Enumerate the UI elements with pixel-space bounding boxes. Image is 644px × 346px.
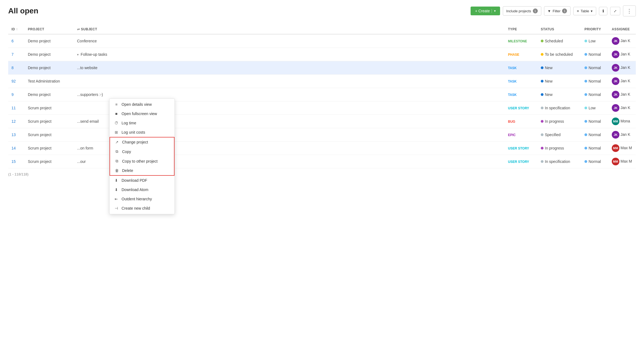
menu-icon-open-fullscreen: ■ <box>114 112 119 116</box>
context-menu-item-open-details[interactable]: ≡Open details view <box>110 100 175 109</box>
priority-dot <box>584 133 587 136</box>
type-badge: TASK <box>508 66 517 70</box>
cell-id: 15 <box>8 155 25 168</box>
create-dropdown-arrow[interactable]: ▾ <box>492 9 496 13</box>
cell-priority: Normal <box>581 75 608 88</box>
context-menu-item-download-pdf[interactable]: ⬇Download PDF <box>110 176 175 185</box>
cell-id: 14 <box>8 142 25 155</box>
col-header-id[interactable]: ID ↑ <box>8 25 25 34</box>
col-header-priority[interactable]: PRIORITY <box>581 25 608 34</box>
context-menu-item-change-project[interactable]: ↗Change project <box>110 137 175 147</box>
context-menu-item-create-new-child[interactable]: ⊣Create new child <box>110 204 175 213</box>
table-row[interactable]: 14Scrum project...on formUSER STORYIn pr… <box>8 142 636 155</box>
expand-button[interactable]: ⤢ <box>610 7 620 15</box>
table-row[interactable]: 8Demo project...to websiteTASKNewNormalJ… <box>8 61 636 75</box>
priority-dot <box>584 40 587 42</box>
avatar: MM <box>612 118 619 125</box>
table-row[interactable]: 6Demo projectConferenceMILESTONESchedule… <box>8 34 636 48</box>
cell-assignee: JKJan K <box>608 128 636 142</box>
cell-type: USER STORY <box>505 101 537 115</box>
col-header-project[interactable]: PROJECT <box>25 25 74 34</box>
info-button[interactable]: ℹ <box>599 7 607 15</box>
table-view-button[interactable]: ≡ Table ▾ <box>573 7 596 15</box>
cell-priority: Normal <box>581 61 608 75</box>
row-id-link[interactable]: 8 <box>11 66 14 70</box>
context-menu-item-log-unit-costs[interactable]: ⊞Log unit costs <box>110 128 175 137</box>
page-title: All open <box>8 7 38 15</box>
type-badge: EPIC <box>508 133 516 137</box>
col-header-subject[interactable]: ⇌ SUBJECT <box>74 25 505 34</box>
cell-assignee: JKJan K <box>608 101 636 115</box>
filter-button[interactable]: ▼ Filter 1 <box>544 6 571 16</box>
row-id-link[interactable]: 7 <box>11 52 14 57</box>
cell-status: New <box>537 61 581 75</box>
row-id-link[interactable]: 15 <box>11 159 16 164</box>
footer-pagination: (1 - 118/118) <box>8 172 636 176</box>
assignee-name: Jan K <box>621 105 630 110</box>
col-header-type[interactable]: TYPE <box>505 25 537 34</box>
table-row[interactable]: 92Test AdministrationTASKNewNormalJKJan … <box>8 75 636 88</box>
row-id-link[interactable]: 11 <box>11 106 16 110</box>
table-row[interactable]: 7Demo project▾ Follow-up tasksPHASETo be… <box>8 48 636 61</box>
avatar: MM <box>612 158 619 165</box>
context-menu-item-copy-to-other[interactable]: ⧉Copy to other project <box>110 156 175 166</box>
row-id-link[interactable]: 13 <box>11 133 16 137</box>
cell-subject <box>74 75 505 88</box>
row-id-link[interactable]: 14 <box>11 146 16 150</box>
context-menu-item-delete[interactable]: 🗑Delete <box>110 166 175 176</box>
assignee-name: Max M <box>621 146 632 150</box>
more-button[interactable]: ⋮ <box>623 5 636 16</box>
cell-status: Scheduled <box>537 34 581 48</box>
cell-priority: Normal <box>581 142 608 155</box>
menu-icon-delete: 🗑 <box>114 168 119 173</box>
assignee-name: Mona <box>621 119 630 123</box>
status-dot <box>541 133 543 136</box>
cell-status: In specification <box>537 101 581 115</box>
avatar: MM <box>612 144 619 152</box>
cell-type: TASK <box>505 75 537 88</box>
cell-status: In specification <box>537 155 581 168</box>
cell-subject: ...to website <box>74 61 505 75</box>
cell-project: Demo project <box>25 88 74 101</box>
table-dropdown-icon: ▾ <box>591 9 593 13</box>
status-dot <box>541 120 543 123</box>
assignee-name: Jan K <box>621 132 630 137</box>
cell-type: PHASE <box>505 48 537 61</box>
context-menu-item-download-atom[interactable]: ⬇Download Atom <box>110 185 175 194</box>
row-id-link[interactable]: 12 <box>11 119 16 124</box>
context-menu-item-log-time[interactable]: ⏱Log time <box>110 118 175 128</box>
assignee-name: Jan K <box>621 52 630 56</box>
priority-dot <box>584 147 587 149</box>
create-button[interactable]: + Create ▾ <box>471 7 500 15</box>
table-row[interactable]: 15Scrum project...ourUSER STORYIn specif… <box>8 155 636 168</box>
context-menu-item-outdent-hierarchy[interactable]: ⇤Outdent hierarchy <box>110 194 175 204</box>
table-label: Table <box>581 9 589 13</box>
menu-icon-log-time: ⏱ <box>114 121 119 125</box>
table-row[interactable]: 13Scrum projectEPICSpecifiedNormalJKJan … <box>8 128 636 142</box>
row-id-link[interactable]: 9 <box>11 92 14 97</box>
row-id-link[interactable]: 6 <box>11 39 14 43</box>
priority-dot <box>584 80 587 83</box>
priority-dot <box>584 66 587 69</box>
context-menu-item-copy[interactable]: ⧉Copy <box>110 147 175 156</box>
filter-badge: 1 <box>562 8 567 13</box>
table-row[interactable]: 12Scrum project...send emailBUGIn progre… <box>8 115 636 128</box>
table-row[interactable]: 9Demo project...supporters :-)TASKNewNor… <box>8 88 636 101</box>
table-header-row: ID ↑ PROJECT ⇌ SUBJECT TYPE STATUS PRIOR… <box>8 25 636 34</box>
cell-type: EPIC <box>505 128 537 142</box>
status-dot <box>541 80 543 83</box>
table-row[interactable]: 11Scrum projectUSER STORYIn specificatio… <box>8 101 636 115</box>
row-id-link[interactable]: 92 <box>11 79 16 83</box>
cell-priority: Low <box>581 101 608 115</box>
priority-dot <box>584 53 587 56</box>
menu-icon-download-pdf: ⬇ <box>114 178 119 183</box>
context-menu-item-open-fullscreen[interactable]: ■Open fullscreen view <box>110 109 175 118</box>
cell-id: 8 <box>8 61 25 75</box>
cell-status: New <box>537 75 581 88</box>
cell-project: Demo project <box>25 34 74 48</box>
col-header-status[interactable]: STATUS <box>537 25 581 34</box>
cell-type: USER STORY <box>505 155 537 168</box>
subject-filter-icon: ⇌ <box>77 27 81 31</box>
col-header-assignee[interactable]: ASSIGNEE <box>608 25 636 34</box>
include-projects-button[interactable]: Include projects 1 <box>503 6 541 16</box>
